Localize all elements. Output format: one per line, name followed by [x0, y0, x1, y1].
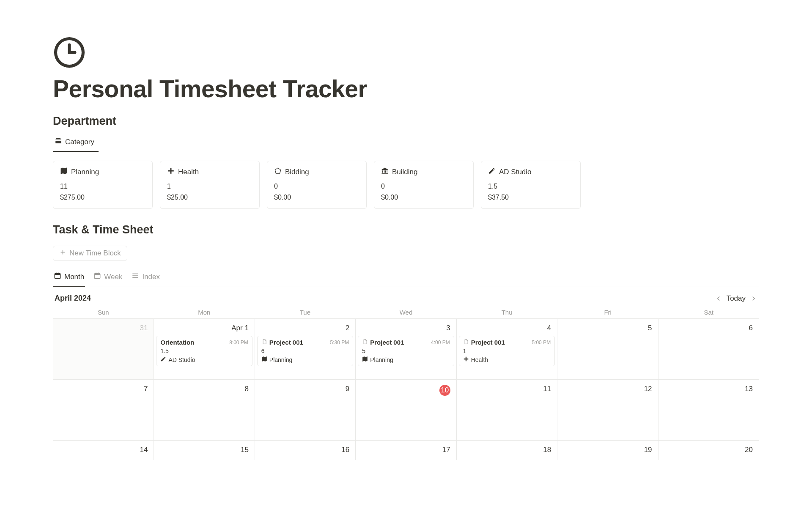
next-month-button[interactable] [750, 295, 757, 302]
event-category: Planning [269, 356, 293, 363]
calendar-day-cell[interactable]: 18 [457, 441, 557, 460]
day-header: Thu [456, 306, 557, 318]
calendar-day-cell[interactable]: 16 [255, 441, 356, 460]
calendar-day-cell[interactable]: 6 [658, 319, 759, 380]
category-card-planning[interactable]: Planning11$275.00 [53, 161, 153, 209]
day-number: 3 [359, 322, 453, 335]
calendar-event[interactable]: Orientation8:00 PM1.5AD Studio [156, 336, 252, 366]
event-time: 5:00 PM [532, 340, 551, 345]
category-card-ad-studio[interactable]: AD Studio1.5$37.50 [481, 161, 581, 209]
new-time-block-button[interactable]: New Time Block [53, 246, 127, 261]
calendar-event[interactable]: Project 0014:00 PM5Planning [358, 336, 454, 366]
event-title: Project 001 [471, 339, 505, 346]
calendar-day-cell[interactable]: 8 [154, 380, 255, 441]
view-tab-label: Week [104, 273, 122, 281]
day-number: 13 [662, 383, 755, 396]
calendar-month-label: April 2024 [55, 294, 91, 303]
card-hours: 0 [381, 181, 466, 192]
day-header: Mon [154, 306, 255, 318]
svg-rect-14 [133, 277, 139, 278]
department-heading: Department [53, 115, 759, 128]
calendar-day-cell[interactable]: 17 [356, 441, 456, 460]
day-header: Tue [255, 306, 356, 318]
calendar-day-cell[interactable]: 12 [557, 380, 658, 441]
page-icon [261, 339, 267, 346]
day-number: 2 [258, 322, 352, 335]
event-hours: 6 [261, 348, 349, 354]
svg-rect-13 [133, 275, 139, 276]
card-hours: 11 [60, 181, 145, 192]
day-number: 8 [157, 383, 251, 396]
card-amount: $0.00 [274, 192, 359, 203]
pencil-icon [488, 167, 496, 177]
svg-rect-12 [133, 274, 139, 274]
calendar-day-cell[interactable]: 2Project 0015:30 PM6Planning [255, 319, 356, 380]
event-time: 5:30 PM [330, 340, 349, 345]
calendar-day-cell[interactable]: 3Project 0014:00 PM5Planning [356, 319, 456, 380]
event-title: Project 001 [269, 339, 303, 346]
calendar-day-cell[interactable]: 11 [457, 380, 557, 441]
card-name: Health [178, 168, 199, 176]
day-number: 18 [460, 444, 554, 457]
svg-rect-6 [56, 273, 57, 274]
day-header: Sat [658, 306, 759, 318]
day-number: 4 [460, 322, 554, 335]
view-tab-month[interactable]: Month [53, 269, 85, 287]
day-number: 10 [359, 383, 453, 398]
today-button[interactable]: Today [727, 294, 746, 303]
category-card-building[interactable]: Building0$0.00 [374, 161, 474, 209]
day-number: 5 [561, 322, 654, 335]
view-tab-label: Month [64, 273, 84, 281]
event-category: Health [471, 356, 488, 363]
calendar-day-cell[interactable]: 13 [658, 380, 759, 441]
page-icon [463, 339, 469, 346]
calendar-event[interactable]: Project 0015:00 PM1Health [459, 336, 555, 366]
view-tab-index[interactable]: Index [131, 269, 161, 287]
calendar-day-cell[interactable]: 20 [658, 441, 759, 460]
day-number: 15 [157, 444, 251, 457]
svg-rect-1 [55, 140, 61, 140]
event-hours: 5 [362, 348, 450, 354]
event-category: Planning [370, 356, 393, 363]
day-header: Wed [356, 306, 457, 318]
card-amount: $275.00 [60, 192, 145, 203]
svg-rect-5 [55, 274, 60, 275]
day-number: Apr 1 [157, 322, 251, 335]
tab-label: Category [65, 138, 94, 146]
svg-rect-7 [58, 273, 59, 274]
tab-category[interactable]: Category [53, 134, 99, 152]
calendar-event[interactable]: Project 0015:30 PM6Planning [257, 336, 353, 366]
day-number: 31 [57, 322, 150, 335]
calendar-day-cell[interactable]: 31 [53, 319, 154, 380]
day-number: 9 [258, 383, 352, 396]
category-card-health[interactable]: Health1$25.00 [160, 161, 260, 209]
list-icon [132, 272, 139, 282]
map-icon [60, 167, 68, 177]
calendar-day-cell[interactable]: 14 [53, 441, 154, 460]
calendar-day-cell[interactable]: 9 [255, 380, 356, 441]
svg-rect-2 [55, 141, 61, 143]
bank-icon [381, 167, 389, 177]
calendar-day-cell[interactable]: Apr 1Orientation8:00 PM1.5AD Studio [154, 319, 255, 380]
day-number: 12 [561, 383, 654, 396]
new-time-block-label: New Time Block [69, 249, 121, 258]
pentagon-icon [274, 167, 282, 177]
category-card-bidding[interactable]: Bidding0$0.00 [267, 161, 367, 209]
calendar-day-cell[interactable]: 19 [557, 441, 658, 460]
event-hours: 1.5 [160, 348, 248, 354]
calendar-day-cell[interactable]: 7 [53, 380, 154, 441]
svg-rect-10 [96, 273, 97, 274]
calendar-day-cell[interactable]: 10 [356, 380, 456, 441]
event-category: AD Studio [168, 356, 195, 363]
event-time: 8:00 PM [229, 340, 248, 345]
gallery-icon [55, 137, 62, 147]
card-name: Planning [71, 168, 99, 176]
event-time: 4:00 PM [431, 340, 450, 345]
day-number: 11 [460, 383, 554, 396]
event-title: Orientation [160, 339, 194, 346]
calendar-day-cell[interactable]: 4Project 0015:00 PM1Health [457, 319, 557, 380]
calendar-day-cell[interactable]: 5 [557, 319, 658, 380]
prev-month-button[interactable] [715, 295, 722, 302]
calendar-day-cell[interactable]: 15 [154, 441, 255, 460]
view-tab-week[interactable]: Week [93, 269, 123, 287]
